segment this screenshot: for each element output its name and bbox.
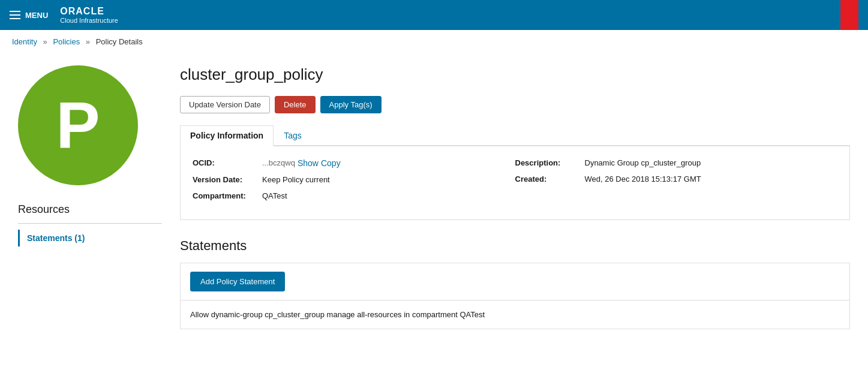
tab-tags[interactable]: Tags [274,125,312,146]
resources-divider [18,223,162,224]
ocid-row: OCID: ...bczqwq Show Copy [193,158,515,168]
content-area: cluster_group_policy Update Version Date… [174,53,868,341]
breadcrumb: Identity » Policies » Policy Details [0,30,868,53]
oracle-logo: ORACLE Cloud Infrastructure [60,5,118,25]
breadcrumb-identity[interactable]: Identity [12,37,37,46]
breadcrumb-policies[interactable]: Policies [53,37,80,46]
oracle-cloud-label: Cloud Infrastructure [60,17,118,25]
compartment-row: Compartment: QATest [193,191,515,200]
ocid-copy-link[interactable]: Copy [321,158,341,168]
tabs: Policy Information Tags [180,125,850,146]
statement-row: Allow dynamic-group cp_cluster_group man… [190,310,840,319]
info-right-col: Description: Dynamic Group cp_cluster_gr… [515,158,838,207]
hamburger-icon [10,11,20,19]
description-row: Description: Dynamic Group cp_cluster_gr… [515,158,838,167]
nav-right-indicator [840,0,858,30]
compartment-label: Compartment: [193,191,259,200]
breadcrumb-sep2: » [86,37,90,46]
top-nav: MENU ORACLE Cloud Infrastructure [0,0,868,30]
version-row: Version Date: Keep Policy current [193,175,515,184]
tab-tags-label: Tags [284,131,302,140]
apply-tags-button[interactable]: Apply Tag(s) [320,96,382,113]
version-label: Version Date: [193,175,259,184]
ocid-show-link[interactable]: Show [298,158,319,168]
ocid-short: ...bczqwq [262,158,295,167]
info-grid: OCID: ...bczqwq Show Copy Version Date: … [193,158,837,207]
menu-label: MENU [25,11,48,20]
sidebar-statements-link[interactable]: Statements (1) [18,230,162,246]
add-policy-statement-button[interactable]: Add Policy Statement [190,272,285,291]
statements-title: Statements [180,238,850,254]
description-label: Description: [515,158,581,167]
breadcrumb-sep1: » [43,37,47,46]
menu-button[interactable]: MENU [10,11,48,20]
policy-info-panel: OCID: ...bczqwq Show Copy Version Date: … [180,146,850,220]
resources-title: Resources [18,203,162,216]
action-buttons: Update Version Date Delete Apply Tag(s) [180,96,850,113]
oracle-brand: ORACLE [60,5,118,17]
sidebar: P Resources Statements (1) [0,53,174,341]
policy-avatar: P [18,65,138,185]
statements-body: Allow dynamic-group cp_cluster_group man… [181,300,849,329]
ocid-label: OCID: [193,158,259,167]
sidebar-statements-label: Statements (1) [27,233,85,243]
version-value: Keep Policy current [262,175,330,184]
resources-section: Resources Statements (1) [18,203,162,246]
info-left-col: OCID: ...bczqwq Show Copy Version Date: … [193,158,515,207]
tab-policy-info-label: Policy Information [190,131,263,140]
description-value: Dynamic Group cp_cluster_group [585,158,701,167]
created-value: Wed, 26 Dec 2018 15:13:17 GMT [585,175,701,184]
compartment-value: QATest [262,191,287,200]
tab-policy-information[interactable]: Policy Information [180,125,274,146]
statements-panel: Add Policy Statement Allow dynamic-group… [180,263,850,329]
breadcrumb-current: Policy Details [96,37,143,46]
delete-button[interactable]: Delete [275,96,316,113]
avatar-letter: P [56,92,100,158]
main-layout: P Resources Statements (1) cluster_group… [0,53,868,341]
created-row: Created: Wed, 26 Dec 2018 15:13:17 GMT [515,175,838,184]
update-version-button[interactable]: Update Version Date [180,96,270,113]
statements-header: Add Policy Statement [181,263,849,300]
policy-name: cluster_group_policy [180,65,850,84]
created-label: Created: [515,175,581,184]
